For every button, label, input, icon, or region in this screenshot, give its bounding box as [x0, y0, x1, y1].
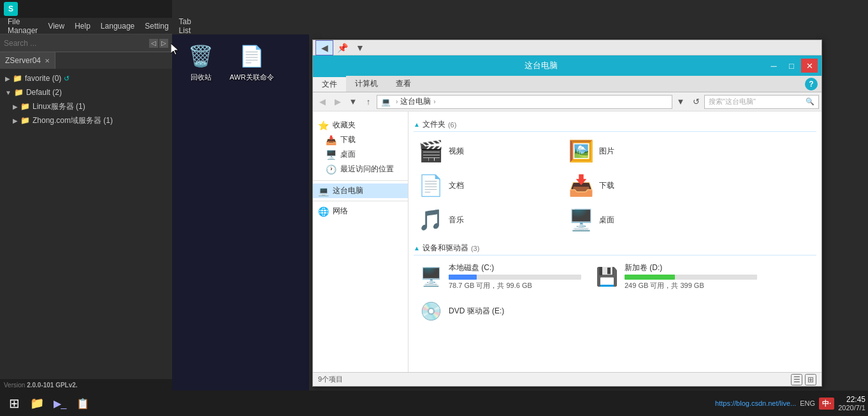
nav-back-btn[interactable]: ◀	[315, 95, 329, 109]
tab-label: ZServer04	[5, 56, 41, 65]
menu-language[interactable]: Language	[96, 20, 140, 32]
tree-label-favorite: favorite (0)	[25, 74, 61, 83]
address-refresh-btn[interactable]: ↺	[689, 95, 703, 109]
sidebar-downloads-label: 下载	[340, 134, 356, 145]
drive-c-bar-fill	[449, 275, 477, 280]
pictures-folder-icon: 🖼️	[568, 139, 594, 163]
drive-d-bar-bg	[625, 275, 757, 280]
version-bar: Version 2.0.0-101 GPLv2.	[0, 379, 172, 391]
folders-grid: 🎬 视频 🖼️ 图片 📄 文档 📥 下载 🎵	[414, 136, 816, 235]
view-list-btn[interactable]: ☰	[791, 374, 802, 385]
folder-item-pictures[interactable]: 🖼️ 图片	[564, 136, 711, 166]
drive-d[interactable]: 💾 新加卷 (D:) 249 GB 可用，共 399 GB	[590, 259, 762, 294]
tree-item-favorite[interactable]: ▶ 📁 favorite (0) ↺	[0, 71, 172, 85]
ribbon-tab-view[interactable]: 查看	[387, 76, 420, 92]
folders-count: (6)	[448, 121, 456, 129]
folder-item-desktop2[interactable]: 🖥️ 桌面	[564, 204, 711, 235]
tab-zserver04[interactable]: ZServer04 ✕	[0, 52, 55, 69]
app-taskbar-btn[interactable]: 📋	[71, 392, 94, 415]
tree-arrow-zhong: ▶	[13, 117, 18, 124]
sidebar-item-downloads[interactable]: 📥 下载	[313, 133, 408, 147]
explorer-sidebar: ⭐ 收藏夹 📥 下载 🖥️ 桌面 🕐 最近访问的位置 💻	[313, 111, 409, 372]
explorer-window: ◀ 📌 ▼ 这台电脑 ─ □ ✕ 文件 计算机 查看 ? ◀ ▶ ▼ ↑ 💻 ›…	[312, 39, 822, 387]
ribbon-tab-computer[interactable]: 计算机	[346, 76, 387, 92]
folder-item-documents[interactable]: 📄 文档	[414, 170, 560, 201]
desktop-icons-row: 🗑️ 回收站 📄 AWR关联命令	[178, 41, 303, 82]
tree-label-linux: Linux服务器 (1)	[33, 101, 85, 112]
ribbon-help-btn[interactable]: ?	[805, 78, 818, 90]
tree-item-default[interactable]: ▼ 📁 Default (2)	[0, 85, 172, 99]
address-path-text: 这台电脑	[400, 96, 431, 107]
search-input[interactable]	[4, 39, 149, 48]
menu-file-manager[interactable]: File Manager	[3, 16, 43, 36]
version-text: Version 2.0.0-101 GPLv2.	[4, 382, 78, 389]
sidebar-item-network[interactable]: 🌐 网络	[313, 204, 408, 219]
toolbar-icon3[interactable]: ▼	[351, 40, 369, 55]
search-prev-btn[interactable]: ◁	[149, 39, 158, 48]
tree-arrow-favorite: ▶	[5, 75, 10, 82]
terminal-taskbar-btn[interactable]: ▶_	[48, 392, 71, 415]
documents-folder-icon: 📄	[418, 173, 444, 197]
maximize-btn[interactable]: □	[783, 59, 800, 73]
tree-arrow-linux: ▶	[13, 103, 18, 110]
view-grid-btn[interactable]: ⊞	[805, 374, 816, 385]
tree-item-zhong[interactable]: ▶ 📁 Zhong.com域服务器 (1)	[0, 113, 172, 127]
folder-icon-default: 📁	[14, 88, 24, 97]
desktop-icon-recycle[interactable]: 🗑️ 回收站	[178, 41, 223, 82]
minimize-btn[interactable]: ─	[765, 59, 782, 73]
folders-title: 文件夹	[423, 119, 445, 130]
folders-section-header: ▲ 文件夹 (6)	[414, 119, 816, 132]
address-path[interactable]: 💻 › 这台电脑 ›	[377, 95, 672, 109]
toolbar-icon1[interactable]: ◀	[315, 40, 333, 55]
nav-forward-btn[interactable]: ▶	[331, 95, 345, 109]
tree-item-linux[interactable]: ▶ 📁 Linux服务器 (1)	[0, 99, 172, 113]
search-box-placeholder: 搜索"这台电脑"	[709, 97, 756, 106]
drives-title: 设备和驱动器	[423, 243, 468, 254]
start-button[interactable]: ⊞	[3, 392, 25, 415]
file-explorer-taskbar-btn[interactable]: 📁	[25, 392, 48, 415]
sidebar-desktop-label: 桌面	[340, 149, 356, 160]
statusbar-right: ☰ ⊞	[791, 374, 816, 385]
drive-c-name: 本地磁盘 (C:)	[449, 262, 581, 273]
ribbon-tab-file[interactable]: 文件	[313, 76, 346, 92]
tab-close-btn[interactable]: ✕	[45, 57, 50, 64]
folder-icon-zhong: 📁	[20, 116, 30, 125]
menu-view[interactable]: View	[43, 20, 69, 32]
toolbar-icon2[interactable]: 📌	[333, 40, 351, 55]
menu-tab-list[interactable]: Tab List	[174, 16, 196, 36]
recycle-bin-icon: 🗑️	[185, 41, 216, 71]
ribbon-tabs: 文件 计算机 查看 ?	[313, 76, 821, 92]
sidebar-recent-label: 最近访问的位置	[340, 164, 394, 175]
explorer-title: 这台电脑	[317, 60, 765, 71]
sidebar-item-this-pc[interactable]: 💻 这台电脑	[313, 183, 408, 198]
tree-area: ▶ 📁 favorite (0) ↺ ▼ 📁 Default (2) ▶ 📁 L…	[0, 69, 172, 416]
explorer-statusbar: 9个项目 ☰ ⊞	[313, 372, 821, 386]
sidebar-item-favorites-header[interactable]: ⭐ 收藏夹	[313, 118, 408, 133]
drive-d-space: 249 GB 可用，共 399 GB	[625, 281, 757, 290]
tray-lang[interactable]: 中·	[819, 398, 834, 410]
sidebar-item-desktop[interactable]: 🖥️ 桌面	[313, 147, 408, 162]
search-box[interactable]: 搜索"这台电脑" 🔍	[704, 95, 819, 109]
address-dropdown-btn[interactable]: ▼	[674, 95, 688, 109]
folder-item-downloads[interactable]: 📥 下载	[564, 170, 711, 201]
awr-label: AWR关联命令	[229, 73, 273, 82]
desktop-area: 🗑️ 回收站 📄 AWR关联命令	[172, 34, 309, 416]
menu-help[interactable]: Help	[69, 20, 96, 32]
close-btn[interactable]: ✕	[801, 59, 818, 73]
folder-item-video[interactable]: 🎬 视频	[414, 136, 560, 166]
sidebar-item-recent[interactable]: 🕐 最近访问的位置	[313, 162, 408, 176]
search-bar: ◁ ▷	[0, 34, 172, 52]
nav-up-btn[interactable]: ↑	[361, 95, 375, 109]
explorer-body: ⭐ 收藏夹 📥 下载 🖥️ 桌面 🕐 最近访问的位置 💻	[313, 111, 821, 372]
menu-setting[interactable]: Setting	[140, 20, 173, 32]
drives-count: (3)	[471, 245, 479, 252]
folder-item-music[interactable]: 🎵 音乐	[414, 204, 560, 235]
drive-c[interactable]: 🖥️ 本地磁盘 (C:) 78.7 GB 可用，共 99.6 GB	[414, 259, 586, 294]
search-next-btn[interactable]: ▷	[159, 39, 168, 48]
drive-dvd[interactable]: 💿 DVD 驱动器 (E:)	[414, 298, 586, 325]
drive-dvd-name: DVD 驱动器 (E:)	[449, 306, 581, 317]
desktop-icon-awr[interactable]: 📄 AWR关联命令	[229, 41, 274, 82]
nav-dropdown-btn[interactable]: ▼	[346, 95, 360, 109]
drives-section-header: ▲ 设备和驱动器 (3)	[414, 243, 816, 255]
folder-documents-name: 文档	[449, 180, 464, 191]
